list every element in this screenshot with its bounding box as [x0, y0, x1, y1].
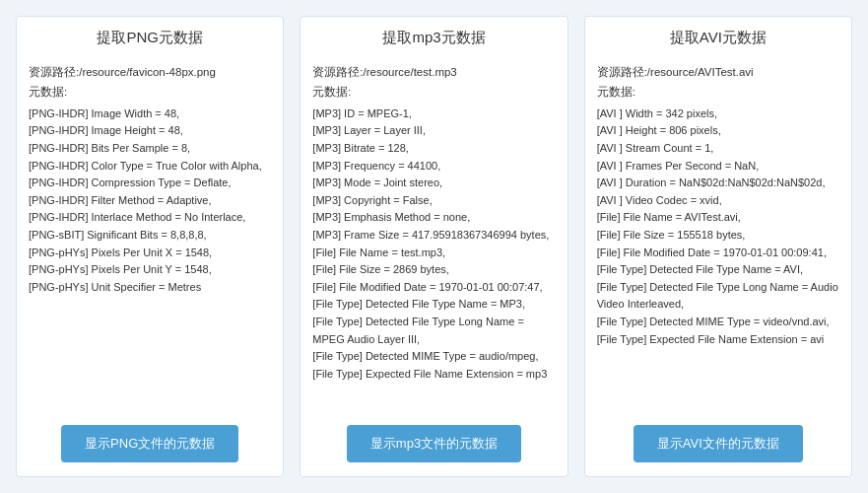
panel-title-png: 提取PNG元数据	[17, 17, 283, 55]
panel-meta-label-png: 元数据:	[29, 83, 271, 101]
panel-button-png[interactable]: 显示PNG文件的元数据	[61, 425, 238, 462]
panel-button-avi[interactable]: 显示AVI文件的元数据	[634, 425, 803, 462]
panel-button-mp3[interactable]: 显示mp3文件的元数据	[347, 425, 521, 462]
panels-container: 提取PNG元数据 资源路径:/resource/favicon-48px.png…	[16, 16, 852, 477]
panel-path-avi: 资源路径:/resource/AVITest.avi	[597, 63, 839, 81]
panel-footer-png: 显示PNG文件的元数据	[17, 415, 283, 476]
panel-meta-label-mp3: 元数据:	[312, 83, 555, 101]
panel-meta-content-avi: [AVI ] Width = 342 pixels, [AVI ] Height…	[597, 106, 839, 348]
panel-body-avi: 资源路径:/resource/AVITest.avi 元数据: [AVI ] W…	[585, 55, 851, 415]
panel-footer-avi: 显示AVI文件的元数据	[585, 415, 851, 476]
panel-body-png: 资源路径:/resource/favicon-48px.png 元数据: [PN…	[17, 55, 283, 415]
panel-png: 提取PNG元数据 资源路径:/resource/favicon-48px.png…	[16, 16, 284, 477]
panel-path-png: 资源路径:/resource/favicon-48px.png	[29, 63, 271, 81]
panel-mp3: 提取mp3元数据 资源路径:/resource/test.mp3 元数据: [M…	[300, 16, 568, 477]
panel-title-mp3: 提取mp3元数据	[300, 17, 567, 55]
panel-body-mp3: 资源路径:/resource/test.mp3 元数据: [MP3] ID = …	[300, 55, 567, 415]
panel-title-avi: 提取AVI元数据	[585, 17, 851, 55]
panel-meta-content-png: [PNG-IHDR] Image Width = 48, [PNG-IHDR] …	[29, 106, 271, 297]
panel-path-mp3: 资源路径:/resource/test.mp3	[312, 63, 555, 81]
panel-footer-mp3: 显示mp3文件的元数据	[300, 415, 567, 476]
panel-meta-label-avi: 元数据:	[597, 83, 839, 101]
panel-meta-content-mp3: [MP3] ID = MPEG-1, [MP3] Layer = Layer I…	[312, 106, 555, 384]
panel-avi: 提取AVI元数据 资源路径:/resource/AVITest.avi 元数据:…	[584, 16, 852, 477]
